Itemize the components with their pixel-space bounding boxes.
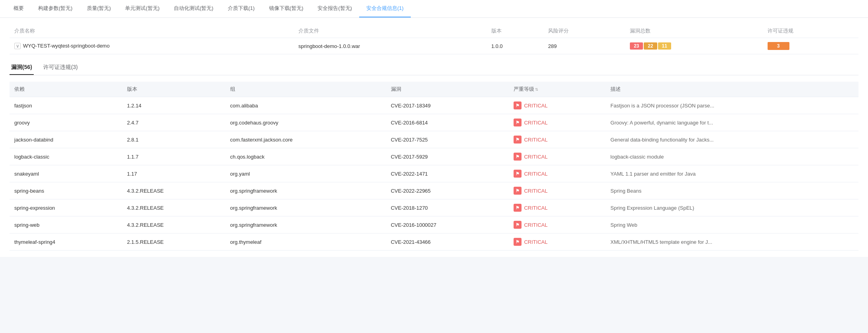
vuln-row: spring-beans4.3.2.RELEASEorg.springframe… xyxy=(10,182,858,199)
severity-label: CRITICAL xyxy=(524,222,547,228)
vuln-dependency: fastjson xyxy=(10,97,122,114)
vuln-desc-text: Spring Beans xyxy=(610,188,641,194)
sub-tabs: 漏洞(56)许可证违规(3) xyxy=(10,61,858,75)
vuln-desc: Spring Web xyxy=(606,216,858,233)
vuln-header-group: 组 xyxy=(225,82,386,97)
top-tab-bar: 概要构建参数(暂无)质量(暂无)单元测试(暂无)自动化测试(暂无)介质下载(1)… xyxy=(0,0,868,18)
severity-label: CRITICAL xyxy=(524,239,547,245)
vuln-version: 1.17 xyxy=(122,165,225,182)
vuln-badge-medium: 11 xyxy=(658,42,671,50)
severity-icon: ⚑ xyxy=(514,187,522,195)
vuln-row: snakeyaml1.17org.yamlCVE-2022-1471⚑CRITI… xyxy=(10,165,858,182)
vuln-header-dependency: 依赖 xyxy=(10,82,122,97)
vuln-row: spring-expression4.3.2.RELEASEorg.spring… xyxy=(10,199,858,216)
artifact-col-4: 漏洞总数 xyxy=(625,24,763,38)
severity-icon: ⚑ xyxy=(514,136,522,144)
severity-label: CRITICAL xyxy=(524,137,547,143)
vuln-severity: ⚑CRITICAL xyxy=(509,216,606,233)
vuln-group: ch.qos.logback xyxy=(225,148,386,165)
artifact-row: ∨WYQ-TEST-wyqtest-springboot-demospringb… xyxy=(10,38,858,54)
vuln-version: 1.2.14 xyxy=(122,97,225,114)
vuln-severity: ⚑CRITICAL xyxy=(509,131,606,148)
vuln-dependency: thymeleaf-spring4 xyxy=(10,233,122,251)
artifact-version: 1.0.0 xyxy=(487,38,543,54)
vuln-group: com.fasterxml.jackson.core xyxy=(225,131,386,148)
tab-security-report[interactable]: 安全报告(暂无) xyxy=(310,0,359,17)
sub-tab-license[interactable]: 许可证违规(3) xyxy=(42,61,79,75)
severity-label: CRITICAL xyxy=(524,188,547,194)
vuln-dependency: spring-expression xyxy=(10,199,122,216)
severity-label: CRITICAL xyxy=(524,154,547,160)
vuln-desc: Fastjson is a JSON processor (JSON parse… xyxy=(606,97,858,114)
vuln-severity: ⚑CRITICAL xyxy=(509,233,606,251)
vuln-row: logback-classic1.1.7ch.qos.logbackCVE-20… xyxy=(10,148,858,165)
severity-label: CRITICAL xyxy=(524,205,547,211)
vuln-cve: CVE-2022-22965 xyxy=(386,182,509,199)
artifact-col-3: 风险评分 xyxy=(543,24,625,38)
vuln-severity: ⚑CRITICAL xyxy=(509,182,606,199)
vuln-row: jackson-databind2.8.1com.fasterxml.jacks… xyxy=(10,131,858,148)
vuln-desc-text: Spring Expression Language (SpEL) xyxy=(610,205,694,211)
severity-label: CRITICAL xyxy=(524,103,547,109)
vuln-severity: ⚑CRITICAL xyxy=(509,148,606,165)
vuln-version: 4.3.2.RELEASE xyxy=(122,216,225,233)
vuln-cve: CVE-2017-5929 xyxy=(386,148,509,165)
vuln-row: fastjson1.2.14com.alibabaCVE-2017-18349⚑… xyxy=(10,97,858,114)
severity-icon: ⚑ xyxy=(514,204,522,212)
tab-auto-test[interactable]: 自动化测试(暂无) xyxy=(167,0,221,17)
artifact-name-cell: ∨WYQ-TEST-wyqtest-springboot-demo xyxy=(10,38,294,54)
vuln-desc-text: General data-binding functionality for J… xyxy=(610,137,714,143)
tab-overview[interactable]: 概要 xyxy=(6,0,31,17)
tab-image-download[interactable]: 镜像下载(暂无) xyxy=(262,0,311,17)
vuln-version: 2.4.7 xyxy=(122,114,225,131)
vuln-dependency: jackson-databind xyxy=(10,131,122,148)
vuln-header-version: 版本 xyxy=(122,82,225,97)
vuln-table: 依赖版本组漏洞严重等级 ⇅描述 fastjson1.2.14com.alibab… xyxy=(10,82,858,251)
vuln-severity: ⚑CRITICAL xyxy=(509,199,606,216)
sort-icon-severity[interactable]: ⇅ xyxy=(535,87,538,92)
vuln-desc: Spring Beans xyxy=(606,182,858,199)
vuln-version: 2.1.5.RELEASE xyxy=(122,233,225,251)
vuln-dependency: spring-web xyxy=(10,216,122,233)
vuln-row: groovy2.4.7org.codehaus.groovyCVE-2016-6… xyxy=(10,114,858,131)
artifact-col-2: 版本 xyxy=(487,24,543,38)
artifact-col-5: 许可证违规 xyxy=(763,24,858,38)
vuln-cve: CVE-2016-6814 xyxy=(386,114,509,131)
vuln-group: com.alibaba xyxy=(225,97,386,114)
vuln-desc: General data-binding functionality for J… xyxy=(606,131,858,148)
vuln-dependency: snakeyaml xyxy=(10,165,122,182)
vuln-severity: ⚑CRITICAL xyxy=(509,114,606,131)
sub-tab-vulns[interactable]: 漏洞(56) xyxy=(10,61,34,75)
vuln-desc-text: Fastjson is a JSON processor (JSON parse… xyxy=(610,103,714,109)
severity-icon: ⚑ xyxy=(514,170,522,178)
vuln-version: 4.3.2.RELEASE xyxy=(122,199,225,216)
license-badge: 3 xyxy=(768,42,789,50)
vuln-desc: logback-classic module xyxy=(606,148,858,165)
vuln-header-severity[interactable]: 严重等级 ⇅ xyxy=(509,82,606,97)
artifact-table: 介质名称介质文件版本风险评分漏洞总数许可证违规 ∨WYQ-TEST-wyqtes… xyxy=(10,24,858,54)
content-area: 介质名称介质文件版本风险评分漏洞总数许可证违规 ∨WYQ-TEST-wyqtes… xyxy=(0,18,868,257)
expand-icon[interactable]: ∨ xyxy=(14,43,21,49)
artifact-name: WYQ-TEST-wyqtest-springboot-demo xyxy=(23,43,110,49)
vuln-desc-text: YAML 1.1 parser and emitter for Java xyxy=(610,171,696,177)
tab-unit-test[interactable]: 单元测试(暂无) xyxy=(118,0,167,17)
vuln-version: 4.3.2.RELEASE xyxy=(122,182,225,199)
tab-quality[interactable]: 质量(暂无) xyxy=(80,0,118,17)
vuln-group: org.springframework xyxy=(225,199,386,216)
artifact-col-1: 介质文件 xyxy=(294,24,487,38)
tab-build-params[interactable]: 构建参数(暂无) xyxy=(31,0,80,17)
tab-media-download[interactable]: 介质下载(1) xyxy=(221,0,262,17)
vuln-group: org.springframework xyxy=(225,216,386,233)
vuln-cve: CVE-2017-18349 xyxy=(386,97,509,114)
vuln-dependency: groovy xyxy=(10,114,122,131)
vuln-badge-high: 22 xyxy=(644,42,657,50)
artifact-risk-score: 289 xyxy=(543,38,625,54)
tab-security-compliance[interactable]: 安全合规信息(1) xyxy=(359,0,411,17)
vuln-desc: YAML 1.1 parser and emitter for Java xyxy=(606,165,858,182)
severity-icon: ⚑ xyxy=(514,101,522,109)
vuln-group: org.springframework xyxy=(225,182,386,199)
vuln-desc: Spring Expression Language (SpEL) xyxy=(606,199,858,216)
severity-icon: ⚑ xyxy=(514,153,522,161)
vuln-header-vuln: 漏洞 xyxy=(386,82,509,97)
vuln-desc-text: Spring Web xyxy=(610,222,637,228)
